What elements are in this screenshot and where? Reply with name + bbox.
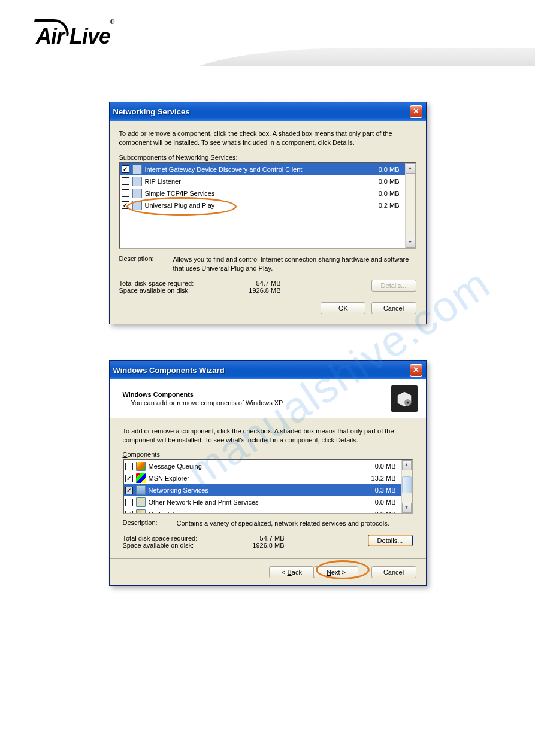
list-item-size: 0.0 MB [360, 462, 396, 471]
list-item-size: 0.0 MB [364, 177, 400, 186]
checkbox[interactable] [125, 511, 133, 515]
description-label: Description: [123, 519, 177, 528]
list-item-label: Universal Plug and Play [145, 201, 361, 210]
dialog1-instruction: To add or remove a component, click the … [119, 129, 416, 148]
list-item[interactable]: Networking Services0.3 MB [124, 484, 412, 496]
checkbox[interactable] [122, 165, 129, 173]
next-button[interactable]: Next > [313, 566, 358, 578]
component-icon [136, 497, 146, 507]
ok-button[interactable]: OK [321, 302, 365, 314]
list-item[interactable]: MSN Explorer13.2 MB [124, 472, 412, 484]
avail-space-value: 1926.8 MB [227, 287, 281, 294]
close-icon[interactable]: ✕ [410, 364, 422, 377]
component-icon [132, 177, 142, 186]
dialog1-title: Networking Services [113, 107, 190, 116]
scroll-up-icon[interactable]: ▲ [406, 163, 415, 174]
total-space-value: 54.7 MB [231, 535, 285, 542]
description-text: Contains a variety of specialized, netwo… [177, 519, 413, 528]
dialog2-titlebar[interactable]: Windows Components Wizard ✕ [110, 361, 426, 379]
list-item[interactable]: RIP Listener0.0 MB [120, 175, 415, 187]
networking-services-dialog: Networking Services ✕ To add or remove a… [109, 102, 427, 324]
brand-logo: Air Live® [36, 24, 114, 49]
list-item[interactable]: Other Network File and Print Services0.0… [124, 496, 412, 508]
scroll-down-icon[interactable]: ▼ [406, 238, 415, 248]
list-item-size: 0.0 MB [360, 497, 396, 507]
back-button[interactable]: < Back [269, 566, 314, 578]
component-icon [132, 201, 142, 210]
details-button[interactable]: Details... [368, 535, 413, 546]
list-item[interactable]: Message Queuing0.0 MB [124, 460, 412, 472]
component-icon [136, 485, 146, 495]
scrollbar[interactable]: ▲ ▼ [401, 460, 412, 513]
list-item-label: MSN Explorer [149, 473, 357, 483]
description-text: Allows you to find and control Internet … [173, 255, 416, 274]
list-item[interactable]: Universal Plug and Play0.2 MB [120, 199, 415, 211]
avail-space-value: 1926.8 MB [231, 542, 285, 549]
scrollbar[interactable]: ▲ ▼ [405, 163, 415, 248]
list-item-size: 0.0 MB [364, 189, 400, 198]
checkbox[interactable] [122, 177, 129, 185]
checkbox[interactable] [122, 201, 129, 209]
cancel-button[interactable]: Cancel [371, 566, 416, 578]
list-item-label: Message Queuing [149, 462, 357, 471]
dialog1-titlebar[interactable]: Networking Services ✕ [110, 102, 426, 121]
list-item-size: 0.0 MB [364, 165, 400, 174]
package-icon [391, 385, 418, 412]
list-item-size: 0.3 MB [360, 485, 396, 495]
dialog2-title: Windows Components Wizard [113, 366, 225, 375]
checkbox[interactable] [122, 189, 129, 197]
details-button: Details... [371, 280, 416, 292]
scroll-up-icon[interactable]: ▲ [402, 460, 412, 470]
scroll-down-icon[interactable]: ▼ [402, 503, 412, 513]
header-logo-area: Air Live® [36, 24, 499, 72]
total-space-label: Total disk space required: [123, 535, 231, 542]
checkbox[interactable] [125, 487, 133, 494]
total-space-value: 54.7 MB [227, 280, 281, 287]
wizard-header: Windows Components You can add or remove… [110, 379, 426, 418]
dialog2-list-label: Components: [123, 451, 413, 458]
checkbox[interactable] [125, 499, 133, 506]
description-label: Description: [119, 255, 173, 274]
dialog1-listbox[interactable]: Internet Gateway Device Discovery and Co… [119, 162, 416, 249]
list-item-size: 13.2 MB [360, 473, 396, 483]
list-item-label: Internet Gateway Device Discovery and Co… [145, 165, 361, 174]
dialog1-list-label: Subcomponents of Networking Services: [119, 154, 416, 161]
scrollbar-thumb[interactable] [402, 476, 412, 493]
list-item-label: Simple TCP/IP Services [145, 189, 361, 198]
component-icon [132, 189, 142, 198]
dialog2-instruction: To add or remove a component, click the … [123, 427, 413, 445]
close-icon[interactable]: ✕ [410, 105, 422, 118]
list-item-label: Outlook Express [149, 509, 357, 514]
wizard-header-title: Windows Components [123, 391, 391, 398]
list-item[interactable]: Simple TCP/IP Services0.0 MB [120, 187, 415, 199]
windows-components-wizard-dialog: Windows Components Wizard ✕ Windows Comp… [109, 360, 427, 586]
avail-space-label: Space available on disk: [119, 287, 227, 294]
component-icon [136, 462, 146, 471]
component-icon [136, 473, 146, 483]
svg-point-1 [406, 401, 409, 403]
dialog2-listbox[interactable]: Message Queuing0.0 MBMSN Explorer13.2 MB… [123, 459, 413, 514]
list-item-size: 0.2 MB [364, 201, 400, 210]
list-item[interactable]: Outlook Express0.0 MB [124, 508, 412, 514]
component-icon [132, 165, 142, 174]
checkbox[interactable] [125, 463, 133, 470]
cancel-button[interactable]: Cancel [371, 302, 416, 314]
total-space-label: Total disk space required: [119, 280, 227, 287]
avail-space-label: Space available on disk: [123, 542, 231, 549]
list-item-label: Other Network File and Print Services [149, 497, 357, 507]
checkbox[interactable] [125, 475, 133, 482]
header-swoosh [176, 48, 535, 84]
list-item-size: 0.0 MB [360, 509, 396, 514]
list-item-label: Networking Services [149, 485, 357, 495]
list-item[interactable]: Internet Gateway Device Discovery and Co… [120, 163, 415, 175]
component-icon [136, 509, 146, 514]
wizard-header-subtitle: You can add or remove components of Wind… [131, 399, 391, 406]
list-item-label: RIP Listener [145, 177, 361, 186]
